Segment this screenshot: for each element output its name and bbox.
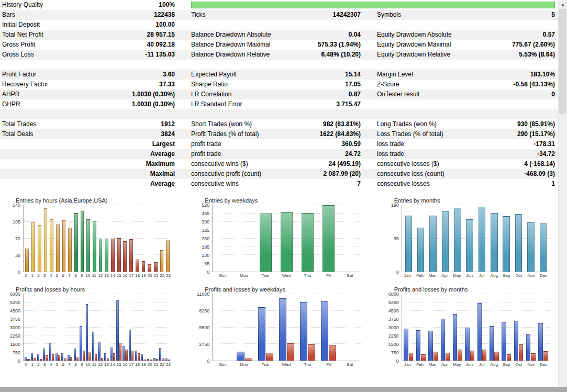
bar-slot bbox=[213, 294, 234, 361]
y-axis: 03570105140 bbox=[7, 205, 23, 272]
stat-label bbox=[0, 109, 97, 119]
profit-bar bbox=[428, 331, 432, 361]
bar-slot bbox=[513, 205, 525, 272]
x-tick-label: 8 bbox=[73, 273, 79, 278]
stat-value bbox=[478, 99, 558, 109]
bar-slot bbox=[234, 205, 255, 272]
y-tick-label: 390 bbox=[202, 220, 209, 225]
entries-bar bbox=[136, 260, 139, 272]
x-tick-label: Mon bbox=[234, 273, 254, 278]
stat-value: 3.60 bbox=[97, 70, 178, 80]
entries-bar bbox=[129, 239, 133, 272]
stat-label: Symbols bbox=[364, 10, 478, 20]
x-tick-label: Jan bbox=[402, 273, 414, 278]
x-tick-label: 11 bbox=[91, 362, 97, 367]
x-tick-label: 5 bbox=[54, 273, 60, 278]
scroll-thumb[interactable] bbox=[559, 9, 566, 114]
bar-slot bbox=[36, 294, 42, 361]
bar-slot bbox=[525, 294, 537, 361]
stat-value: -11 135.03 bbox=[97, 50, 178, 60]
stat-label: loss trade bbox=[364, 139, 478, 149]
bar-slot bbox=[128, 205, 135, 272]
x-tick-label: Sep bbox=[501, 362, 513, 367]
bar-slot bbox=[116, 205, 122, 272]
bar-slot bbox=[276, 205, 297, 272]
y-tick-label: 8250 bbox=[199, 309, 209, 313]
profit-bar bbox=[526, 334, 530, 361]
vertical-scrollbar[interactable]: ▲ bbox=[558, 0, 567, 387]
stat-label: Equity Drawdown Relative bbox=[364, 50, 478, 60]
stat-label bbox=[364, 99, 478, 109]
bar-slot bbox=[255, 205, 276, 272]
bar-slot bbox=[110, 294, 116, 361]
loss-bar bbox=[52, 354, 54, 361]
x-tick-label: Tue bbox=[254, 273, 275, 278]
y-tick-label: 0 bbox=[18, 359, 20, 364]
plot-wrap: JanFebMarAprMayJunJulAugSepOctNovDec bbox=[402, 294, 550, 367]
entries-bar bbox=[323, 205, 335, 272]
entries-bar bbox=[160, 250, 164, 272]
bar-slot bbox=[339, 205, 360, 272]
loss-bar bbox=[458, 350, 462, 361]
x-axis: SunMonTueWedThuFriSat bbox=[212, 273, 360, 278]
entries-bar bbox=[466, 219, 473, 272]
entries-bar bbox=[454, 208, 461, 272]
scroll-up-button[interactable]: ▲ bbox=[559, 0, 567, 9]
table-row: Maximalconsecutive profit (count)2 087.9… bbox=[0, 169, 558, 179]
x-tick-label: 15 bbox=[116, 362, 122, 367]
stat-label: Gross Profit bbox=[0, 40, 97, 50]
stat-value: 930 (85.91%) bbox=[478, 119, 558, 129]
y-tick-label: 2250 bbox=[10, 334, 20, 339]
profit-bar bbox=[165, 359, 168, 361]
table-row: Recovery Factor37.33Sharpe Ratio17.05Z-S… bbox=[0, 80, 558, 89]
x-tick-label: 2 bbox=[36, 273, 42, 278]
y-tick-label: 65 bbox=[204, 262, 209, 266]
bar-slot bbox=[537, 205, 549, 272]
stat-value: 28 957.15 bbox=[97, 30, 178, 40]
stat-label: Bars bbox=[0, 10, 97, 20]
plot bbox=[23, 294, 171, 361]
bar-slot bbox=[152, 294, 159, 361]
bar-slot bbox=[73, 205, 80, 272]
entries-bar bbox=[56, 225, 60, 272]
x-tick-label: 14 bbox=[109, 362, 116, 367]
bar-slot bbox=[165, 205, 171, 272]
history-quality-progress-fill bbox=[192, 2, 554, 8]
x-tick-label: Jul bbox=[475, 362, 488, 367]
bar-slot bbox=[116, 294, 122, 361]
x-tick-label: Thu bbox=[297, 362, 318, 367]
x-tick-label: Jun bbox=[463, 362, 476, 367]
plot-wrap: 01234567891011121314151617181920212223 bbox=[23, 205, 171, 278]
bar-slot bbox=[67, 205, 73, 272]
profit-bar bbox=[279, 298, 286, 361]
plot bbox=[212, 205, 360, 272]
stat-label: Margin Level bbox=[364, 70, 478, 80]
stat-label: consecutive losses ($) bbox=[364, 159, 478, 169]
x-tick-label: 19 bbox=[140, 273, 147, 278]
loss-bar bbox=[113, 353, 115, 361]
profit-bar bbox=[110, 348, 113, 361]
stat-label: Sharpe Ratio bbox=[178, 80, 298, 89]
x-tick-label: 18 bbox=[135, 362, 141, 367]
x-tick-label: 23 bbox=[165, 273, 172, 278]
chart-title: Entries by hours (Asia,Europe,USA) bbox=[16, 197, 171, 204]
stat-label: Total Deals bbox=[0, 129, 97, 139]
loss-bar bbox=[287, 343, 294, 361]
stat-label: consecutive loss (count) bbox=[364, 169, 478, 179]
stat-value: 5.53% (8.64) bbox=[478, 50, 558, 60]
stat-value: Largest bbox=[97, 139, 178, 149]
x-tick-label: May bbox=[451, 273, 463, 278]
stat-label: GHPR bbox=[0, 99, 97, 109]
bar-slot bbox=[403, 294, 415, 361]
y-axis: 07501500225030003750450052506000 bbox=[7, 294, 23, 361]
entries-bar bbox=[479, 207, 486, 272]
bar-slot bbox=[403, 205, 415, 272]
stat-value: 3824 bbox=[97, 129, 178, 139]
x-tick-label: 6 bbox=[60, 362, 66, 367]
profit-bar bbox=[104, 353, 106, 361]
stat-value: 982 (83.81%) bbox=[298, 119, 364, 129]
loss-bar bbox=[83, 351, 85, 361]
y-tick-label: 3000 bbox=[10, 326, 20, 330]
bar-slot bbox=[463, 294, 475, 361]
loss-bar bbox=[27, 359, 29, 361]
